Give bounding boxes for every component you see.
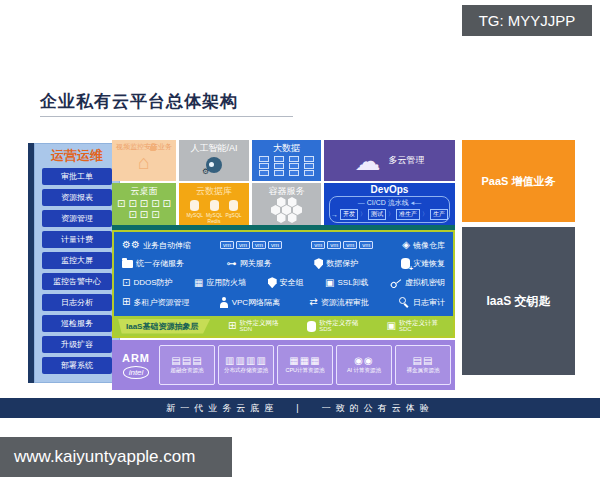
shield-check-icon: [268, 277, 277, 288]
monitor-shield-icon: ⊡: [122, 278, 130, 288]
robot-head-icon: [206, 157, 222, 173]
page-title: 企业私有云平台总体架构: [40, 90, 238, 113]
storage-cylinder-icon: [307, 321, 316, 332]
service-disaster-recovery: 灾难恢复: [401, 258, 445, 269]
sdn-item: ⊞ 软件定义网络 SDN: [216, 320, 290, 333]
sidebar-item-upgrade-expand[interactable]: 升级扩容: [42, 336, 112, 353]
window-grid-icon: ⊞: [122, 297, 130, 307]
block-bigdata: 大数据: [252, 140, 321, 181]
chevron-right-icon: 〉: [422, 210, 428, 219]
desktop-monitor-icons: ⊡⊡⊡⊡ ⊡⊡⊡⊡: [112, 199, 176, 220]
gear-icon: ⚙⚙: [122, 240, 140, 250]
db-engine-label-redis: Redis: [179, 218, 249, 224]
slogan-left: 新一代业务云底座: [166, 402, 278, 415]
chip-icon: ▣: [325, 278, 334, 288]
service-label: 统一存储服务: [136, 258, 184, 269]
service-row-1: ⚙⚙ 业务自动伸缩 vmvmvmvm vmvmvmvm ◈ 镜像仓库: [122, 240, 445, 251]
server-rack-icons: ▤▤▤: [171, 356, 202, 366]
service-label: 灾难恢复: [413, 258, 445, 269]
iaas-turnkey-block: IaaS 交钥匙: [462, 227, 575, 375]
watermark-url-box: www.kaiyuntyapple.com: [0, 437, 232, 477]
pool-distributed-storage: ▥▥▥▥ 分布式存储资源池: [218, 345, 274, 385]
service-label: 镜像仓库: [413, 240, 445, 251]
pool-bare-metal: ▤▤ 裸金属资源池: [395, 345, 451, 385]
slogan-divider: |: [296, 403, 303, 413]
ai-label: 人工智能/AI: [179, 142, 249, 155]
pipeline-stage-test: 测试: [368, 209, 386, 220]
sidebar-item-resource-report[interactable]: 资源报表: [42, 189, 112, 206]
bare-metal-rack-icons: ▤▤: [413, 356, 434, 366]
paas-label: PaaS 增值业务: [482, 174, 556, 189]
sidebar-item-monitor-screen[interactable]: 监控大屏: [42, 252, 112, 269]
service-label: 业务自动伸缩: [143, 240, 191, 251]
footer-slogan-bar: 新一代业务云底座 | 一致的公有云体验: [0, 398, 600, 418]
db-engine-label: MySQL: [186, 212, 203, 218]
sidebar-item-resource-mgmt[interactable]: 资源管理: [42, 210, 112, 227]
key-icon: [388, 274, 405, 291]
arm-logo: ARM: [122, 352, 150, 364]
chevron-right-icon: 〉: [360, 210, 366, 219]
block-multicloud: ☁ 多云管理: [324, 140, 455, 181]
database-plus-icon: [401, 258, 410, 269]
service-autoscale: ⚙⚙ 业务自动伸缩: [122, 240, 191, 251]
sidebar-item-metering-billing[interactable]: 计量计费: [42, 231, 112, 248]
pipeline-stages: → 开发 〉 测试 〉 准生产 〉 生产: [333, 209, 446, 220]
padlock-icons: ▥▥▥▥: [225, 356, 267, 366]
person-icon: [219, 297, 229, 308]
folder-icon: [122, 260, 133, 268]
service-label: VPC网络隔离: [232, 297, 280, 308]
sds-item: 软件定义存储 SDS: [296, 320, 370, 333]
shield-icon: [314, 258, 323, 269]
service-waf: ▦ 应用防火墙: [194, 277, 246, 288]
cpu-chip-icons: ▦▦▦: [289, 356, 320, 366]
service-ddos: ⊡ DDOS防护: [122, 277, 173, 288]
service-image-registry: ◈ 镜像仓库: [402, 240, 445, 251]
database-cylinder-icon: [210, 200, 219, 211]
sidebar-item-approval-ticket[interactable]: 审批工单: [42, 168, 112, 185]
db-engine-label: PgSQL: [225, 212, 241, 218]
service-label: 虚拟机密钥: [405, 277, 445, 288]
gateway-branch-icon: ⊶: [227, 259, 237, 269]
database-cylinder-icon: [190, 200, 199, 211]
abstraction-layer-label: IaaS基础资源抽象层: [118, 319, 210, 334]
sdc-abbr: SDC: [399, 326, 438, 332]
slogan-right: 一致的公有云体验: [322, 402, 434, 415]
multicloud-label: 多云管理: [389, 154, 425, 167]
lock-icon: [150, 146, 156, 151]
magnifier-icon: [398, 296, 410, 308]
block-container-service: 容器服务: [252, 183, 321, 225]
block-devops: DevOps CI/CD 流水线 → 开发 〉 测试 〉 准生产 〉 生产: [324, 183, 455, 225]
sidebar-item-alert-center[interactable]: 监控告警中心: [42, 273, 112, 290]
sds-abbr: SDS: [319, 326, 358, 332]
sidebar-item-log-analysis[interactable]: 日志分析: [42, 294, 112, 311]
service-row-4: ⊞ 多租户资源管理 VPC网络隔离 ⇄ 资源流程审批 日志审计: [122, 296, 445, 308]
cicd-pipeline-box: CI/CD 流水线 → 开发 〉 测试 〉 准生产 〉 生产: [329, 196, 450, 223]
vm-group-icon: vmvmvmvm: [311, 241, 373, 249]
pipeline-stage-staging: 准生产: [396, 209, 420, 220]
vm-group-icon: vmvmvmvm: [220, 241, 282, 249]
sidebar-header: 运营运维: [35, 144, 119, 168]
service-label: 资源流程审批: [321, 297, 369, 308]
gpu-fan-icons: ◉◉: [354, 356, 373, 366]
service-label: 多租户资源管理: [133, 297, 189, 308]
service-multitenant: ⊞ 多租户资源管理: [122, 297, 189, 308]
network-icon: ⊞: [228, 321, 236, 331]
hardware-resource-strip: ARM intel ▤▤▤ 超融合资源池 ▥▥▥▥ 分布式存储资源池 ▦▦▦ C…: [112, 340, 455, 390]
service-label: 应用防火墙: [206, 277, 246, 288]
block-video-security: 视频监控安防业务 ⌂: [112, 140, 176, 181]
platform-services-band: ⚙⚙ 业务自动伸缩 vmvmvmvm vmvmvmvm ◈ 镜像仓库 统一存储服…: [112, 230, 455, 338]
block-ai: 人工智能/AI: [179, 140, 249, 181]
bigdata-label: 大数据: [252, 142, 321, 155]
devops-label: DevOps: [324, 184, 455, 195]
sidebar-item-inspection[interactable]: 巡检服务: [42, 315, 112, 332]
service-label: 数据保护: [326, 258, 358, 269]
swap-arrows-icon: ⇄: [309, 297, 317, 307]
service-gateway: ⊶ 网关服务: [227, 258, 272, 269]
sidebar-item-deploy-system[interactable]: 部署系统: [42, 357, 112, 374]
service-vm-key: 虚拟机密钥: [390, 277, 445, 289]
service-label: SSL卸载: [338, 277, 369, 288]
service-label: 网关服务: [240, 258, 272, 269]
cloud-desktop-label: 云桌面: [112, 185, 176, 198]
service-ssl-offload: ▣ SSL卸载: [325, 277, 369, 288]
pipeline-stage-dev: 开发: [340, 209, 358, 220]
